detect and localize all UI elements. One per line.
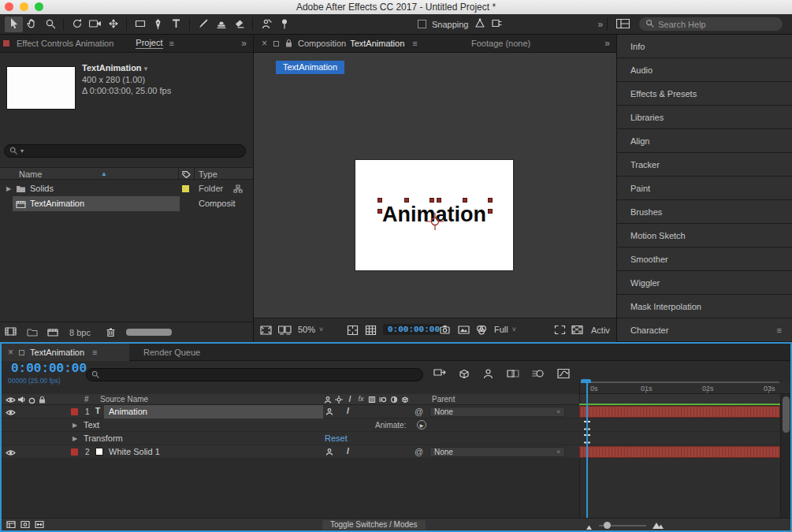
reset-link[interactable]: Reset <box>325 433 348 443</box>
comp-mini-flowchart-icon[interactable] <box>433 368 447 381</box>
selection-handle[interactable] <box>404 198 409 203</box>
item-dropdown-icon[interactable]: ▾ <box>144 65 148 73</box>
project-row-solids[interactable]: ▶ Solids Folder <box>0 181 253 196</box>
minimize-window-button[interactable] <box>20 2 28 11</box>
quality-toggle[interactable]: / <box>347 406 349 415</box>
snap-option-icon-2[interactable] <box>491 18 502 30</box>
timeline-search-input[interactable] <box>102 369 418 381</box>
column-header-parent[interactable]: Parent <box>432 395 455 404</box>
layer-label-swatch[interactable] <box>71 448 78 456</box>
comp-navigator-chip[interactable]: TextAnimation <box>276 61 344 74</box>
video-column-eye-icon[interactable] <box>6 396 16 405</box>
composition-tab-label[interactable]: Composition <box>298 39 346 48</box>
tab-effect-controls[interactable]: Effect Controls Animation <box>17 39 113 48</box>
tab-project[interactable]: Project <box>136 38 162 49</box>
eraser-tool-button[interactable] <box>230 17 248 32</box>
selection-handle[interactable] <box>463 198 467 203</box>
region-of-interest-icon[interactable] <box>554 325 566 337</box>
panel-header-brushes[interactable]: Brushes <box>617 200 792 224</box>
shy-toggle[interactable] <box>325 407 334 416</box>
panel-header-wiggler[interactable]: Wiggler <box>617 271 792 295</box>
column-header-source-name[interactable]: Source Name <box>100 395 148 404</box>
workspace-switcher-icon[interactable] <box>616 19 630 30</box>
snapping-checkbox[interactable] <box>418 20 426 28</box>
layer-name[interactable]: Animation <box>104 405 323 419</box>
search-scope-dropdown-icon[interactable]: ▾ <box>20 147 24 154</box>
zoom-tool-button[interactable] <box>41 17 59 32</box>
new-composition-icon[interactable] <box>47 327 58 338</box>
toggle-switches-modes-button[interactable]: Toggle Switches / Modes <box>322 520 426 530</box>
time-ruler[interactable]: 0s 01s 02s 03s <box>579 383 790 394</box>
project-row-name[interactable]: TextAnimation <box>30 199 84 208</box>
vertical-scrollbar[interactable] <box>780 394 790 518</box>
tab-render-queue[interactable]: Render Queue <box>143 348 200 357</box>
panel-header-effects-presets[interactable]: Effects & Presets <box>617 82 792 106</box>
label-column-tag-icon[interactable] <box>182 170 191 180</box>
camera-tool-button[interactable] <box>86 17 104 32</box>
rotation-tool-button[interactable] <box>68 17 86 32</box>
project-tab-overflow-chevron[interactable]: » <box>241 38 247 49</box>
selection-handle[interactable] <box>377 198 382 203</box>
panel-header-align[interactable]: Align <box>617 129 792 153</box>
bit-depth-button[interactable]: 8 bpc <box>69 328 91 337</box>
shy-column-icon[interactable] <box>323 395 333 404</box>
close-tab-icon[interactable]: × <box>8 347 13 358</box>
inout-panes-icon[interactable] <box>35 520 44 530</box>
panel-header-libraries[interactable]: Libraries <box>617 106 792 129</box>
comp-tab-overflow-chevron[interactable]: » <box>604 38 610 49</box>
current-timecode[interactable]: 0:00:00:00 <box>11 362 87 376</box>
frame-blend-column-icon[interactable] <box>367 395 377 404</box>
selection-handle[interactable] <box>437 198 441 203</box>
sort-ascending-icon[interactable]: ▲ <box>101 170 107 177</box>
transparency-grid-icon[interactable] <box>571 325 583 337</box>
comp-canvas[interactable]: Animation <box>355 160 513 270</box>
parent-dropdown[interactable]: None ˅ <box>429 447 565 457</box>
hand-tool-button[interactable] <box>23 17 41 32</box>
column-header-number[interactable]: # <box>84 395 89 404</box>
snapshot-camera-icon[interactable] <box>440 325 452 336</box>
horizontal-scrollbar-thumb[interactable] <box>126 329 172 336</box>
panel-header-paint[interactable]: Paint <box>617 177 792 200</box>
audio-column-speaker-icon[interactable] <box>17 396 25 405</box>
layer-row-2[interactable]: 2 White Solid 1 / @ None ˅ <box>2 445 790 459</box>
roto-brush-tool-button[interactable] <box>257 17 275 32</box>
zoom-out-mountain-icon[interactable] <box>586 522 594 531</box>
expand-panel-icon[interactable] <box>260 325 272 337</box>
panel-header-mask-interpolation[interactable]: Mask Interpolation <box>617 295 792 318</box>
layer-name[interactable]: White Solid 1 <box>109 447 160 456</box>
disclosure-icon[interactable]: ▶ <box>73 435 77 442</box>
column-header-type[interactable]: Type <box>199 169 218 179</box>
dual-view-icon[interactable] <box>278 326 292 337</box>
frame-blending-icon[interactable] <box>507 368 519 381</box>
rectangle-tool-button[interactable] <box>131 17 149 32</box>
selection-handle[interactable] <box>429 198 434 203</box>
transfer-controls-icon[interactable] <box>20 520 30 530</box>
quality-column-icon[interactable]: / <box>345 394 355 404</box>
close-tab-icon[interactable]: × <box>262 38 267 49</box>
graph-editor-icon[interactable] <box>557 368 570 381</box>
layer-label-swatch[interactable] <box>71 408 78 415</box>
puppet-pin-tool-button[interactable] <box>275 17 293 32</box>
disclosure-icon[interactable]: ▶ <box>73 422 77 429</box>
quality-toggle[interactable]: / <box>347 446 349 456</box>
grid-ruler-icon[interactable] <box>365 325 377 337</box>
property-group-label[interactable]: Transform <box>84 433 123 443</box>
hide-shy-layers-icon[interactable] <box>482 368 494 381</box>
timeline-panel-menu-icon[interactable]: ≡ <box>92 348 97 357</box>
clone-stamp-tool-button[interactable] <box>212 17 230 32</box>
project-search-input[interactable] <box>27 145 240 157</box>
timeline-tab-active[interactable]: × TextAnimation ≡ <box>2 344 129 361</box>
composition-viewer[interactable]: TextAnimation Animation <box>254 53 616 318</box>
brush-tool-button[interactable] <box>194 17 212 32</box>
panel-header-tracker[interactable]: Tracker <box>617 153 792 177</box>
resolution-select[interactable]: Full ˅ <box>494 325 516 334</box>
pen-tool-button[interactable] <box>149 17 167 32</box>
zoom-in-mountain-icon[interactable] <box>653 520 664 530</box>
interpret-footage-icon[interactable] <box>5 326 17 338</box>
lock-icon[interactable] <box>285 39 292 49</box>
new-folder-icon[interactable] <box>27 327 38 338</box>
zoom-window-button[interactable] <box>35 2 43 11</box>
selection-handle[interactable] <box>488 209 493 214</box>
vertical-scrollbar-thumb[interactable] <box>783 396 790 433</box>
channels-icon[interactable] <box>475 325 488 337</box>
